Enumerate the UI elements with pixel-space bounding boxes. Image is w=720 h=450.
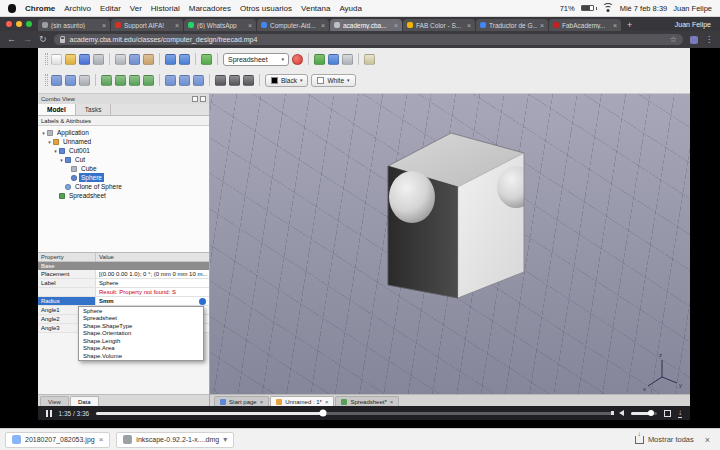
browser-tab-5-active[interactable]: academy.cba... ×	[330, 19, 402, 31]
suggestion-shape-volume[interactable]: Shape.Volume	[79, 352, 203, 360]
align-center-icon[interactable]	[179, 75, 190, 86]
chrome-menu-icon[interactable]: ⋮	[705, 36, 713, 44]
tab-close-icon[interactable]: ×	[467, 22, 471, 29]
print-icon[interactable]	[93, 54, 104, 65]
battery-icon[interactable]	[581, 5, 597, 11]
address-bar[interactable]: academy.cba.mit.edu/classes/computer_des…	[54, 34, 683, 45]
window-zoom-button[interactable]	[26, 21, 32, 27]
download-cancel-icon[interactable]: ×	[99, 435, 104, 444]
browser-tab-7[interactable]: Traductor de G... ×	[476, 19, 548, 31]
chevron-down-icon[interactable]: ▾	[223, 435, 227, 444]
paste-icon[interactable]	[143, 54, 154, 65]
import-spreadsheet-icon[interactable]	[129, 75, 140, 86]
macro-dialog-icon[interactable]	[328, 54, 339, 65]
tab-close-icon[interactable]: ×	[175, 22, 179, 29]
tree-item-cut001[interactable]: ▾ Cut001	[38, 146, 209, 155]
3d-viewport[interactable]: x y z	[210, 94, 690, 394]
expander-icon[interactable]: ▾	[46, 139, 53, 145]
close-icon[interactable]: ×	[325, 399, 329, 405]
suggestion-shape-shapetype[interactable]: Shape.ShapeType	[79, 322, 203, 330]
browser-tab-3[interactable]: (6) WhatsApp ×	[184, 19, 256, 31]
back-icon[interactable]: ←	[7, 35, 16, 44]
property-column-header[interactable]: Property	[38, 253, 96, 261]
edit-pencil-icon[interactable]	[364, 54, 375, 65]
doc-tab-unnamed[interactable]: Unnamed : 1* ×	[270, 396, 334, 406]
menu-ventana[interactable]: Ventana	[301, 0, 330, 17]
property-group-base[interactable]: Base	[38, 262, 209, 270]
tab-close-icon[interactable]: ×	[394, 22, 398, 29]
seek-bar[interactable]	[96, 412, 612, 415]
tree-item-clone-of-sphere[interactable]: Clone of Sphere	[38, 182, 209, 191]
expression-editor-icon[interactable]	[199, 298, 206, 305]
undo-icon[interactable]	[165, 54, 176, 65]
expander-icon[interactable]: ▾	[58, 157, 65, 163]
radius-edit-field[interactable]: Smm	[96, 297, 209, 305]
macro-stop-icon[interactable]	[342, 54, 353, 65]
bookmark-star-icon[interactable]: ☆	[670, 35, 677, 44]
redo-icon[interactable]	[179, 54, 190, 65]
tab-view[interactable]: View	[40, 396, 69, 406]
tab-tasks[interactable]: Tasks	[76, 104, 112, 115]
volume-thumb[interactable]	[648, 410, 654, 416]
menu-otros-usuarios[interactable]: Otros usuarios	[240, 0, 292, 17]
show-all-downloads-button[interactable]: Mostrar todas	[635, 435, 694, 444]
menubar-clock[interactable]: Mié 7 feb 8:39	[620, 4, 668, 13]
doc-tab-start-page[interactable]: Start page ×	[214, 396, 269, 406]
property-row-radius[interactable]: Radius Smm	[38, 297, 209, 306]
view-fit-icon[interactable]	[51, 75, 62, 86]
tree-item-cube[interactable]: Cube	[38, 164, 209, 173]
wifi-icon[interactable]	[603, 4, 614, 12]
tab-close-icon[interactable]: ×	[321, 22, 325, 29]
foreground-color-button[interactable]: Black ▾	[265, 74, 308, 87]
property-value[interactable]: Sphere	[96, 279, 209, 287]
cut-icon[interactable]	[115, 54, 126, 65]
split-cell-icon[interactable]	[115, 75, 126, 86]
video-download-icon[interactable]: ↓	[678, 409, 682, 418]
open-document-icon[interactable]	[65, 54, 76, 65]
suggestion-shape-area[interactable]: Shape.Area	[79, 345, 203, 353]
expander-icon[interactable]: ▾	[40, 130, 47, 136]
menu-ver[interactable]: Ver	[130, 0, 142, 17]
property-value[interactable]: [(0.00 0.00 1.0); 0 °; (0 mm 0 mm 10 m..…	[96, 270, 209, 278]
view-axonometric-icon[interactable]	[65, 75, 76, 86]
chrome-profile-name[interactable]: Juan Felipe	[670, 21, 716, 28]
forward-icon[interactable]: →	[23, 35, 32, 44]
suggestion-shape-orientation[interactable]: Shape.Orientation	[79, 330, 203, 338]
toolbar-handle[interactable]	[45, 74, 48, 86]
macro-record-icon[interactable]	[292, 54, 303, 65]
workbench-selector[interactable]: Spreadsheet ▾	[223, 53, 289, 66]
apple-menu-icon[interactable]	[8, 4, 16, 13]
draw-style-icon[interactable]	[79, 75, 90, 86]
lock-icon[interactable]	[60, 39, 65, 43]
tab-model[interactable]: Model	[38, 104, 76, 115]
export-spreadsheet-icon[interactable]	[143, 75, 154, 86]
menubar-user[interactable]: Juan Felipe	[673, 4, 712, 13]
new-tab-button[interactable]: +	[622, 19, 637, 31]
panel-close-button[interactable]	[200, 96, 206, 102]
tab-close-icon[interactable]: ×	[540, 22, 544, 29]
browser-tab-2[interactable]: Support AIFA! ×	[111, 19, 183, 31]
video-freecad-screencast[interactable]: Spreadsheet ▾	[38, 48, 690, 420]
menu-marcadores[interactable]: Marcadores	[189, 0, 231, 17]
window-minimize-button[interactable]	[16, 21, 22, 27]
pause-button[interactable]	[46, 410, 52, 417]
style-italic-icon[interactable]	[229, 75, 240, 86]
copy-icon[interactable]	[129, 54, 140, 65]
style-bold-icon[interactable]	[215, 75, 226, 86]
tab-close-icon[interactable]: ×	[248, 22, 252, 29]
new-document-icon[interactable]	[51, 54, 62, 65]
property-row-label[interactable]: Label Sphere	[38, 279, 209, 288]
tab-close-icon[interactable]: ×	[613, 22, 617, 29]
close-icon[interactable]: ×	[260, 399, 264, 405]
volume-icon[interactable]	[619, 410, 624, 416]
menu-editar[interactable]: Editar	[100, 0, 121, 17]
refresh-icon[interactable]	[201, 54, 212, 65]
tree-item-application[interactable]: ▾ Application	[38, 128, 209, 137]
value-column-header[interactable]: Value	[96, 253, 209, 261]
toolbar-handle[interactable]	[45, 53, 48, 65]
property-row-placement[interactable]: Placement [(0.00 0.00 1.0); 0 °; (0 mm 0…	[38, 270, 209, 279]
menu-historial[interactable]: Historial	[151, 0, 180, 17]
menu-chrome[interactable]: Chrome	[25, 0, 55, 17]
window-close-button[interactable]	[6, 21, 12, 27]
volume-slider[interactable]	[631, 412, 657, 415]
